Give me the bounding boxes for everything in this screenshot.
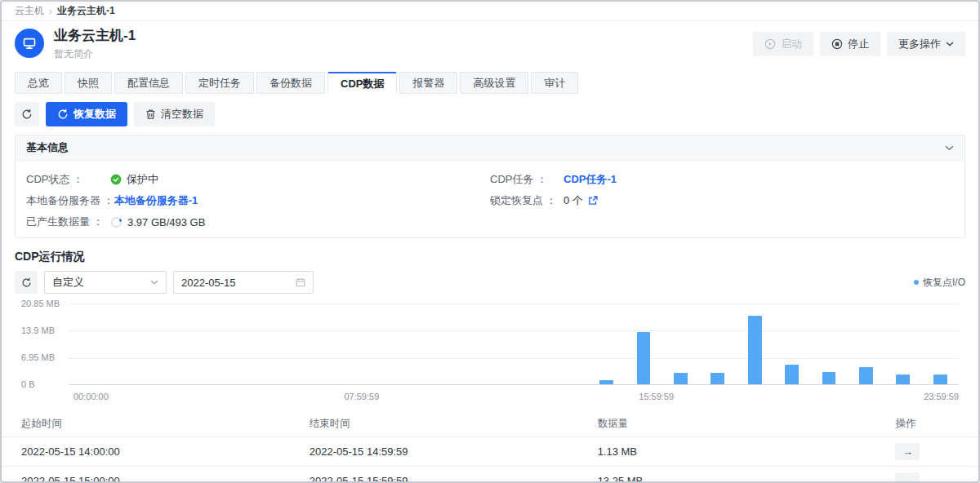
tab-backup-data[interactable]: 备份数据 — [256, 72, 325, 94]
start-button[interactable]: 启动 — [753, 32, 813, 56]
basic-info-left-col: CDP状态 ： 保护中 本地备份服务器 ： 本地备份服务器-1 已产生数据量 ： — [26, 169, 490, 233]
external-link-icon[interactable] — [588, 196, 598, 206]
col-end-time: 结束时间 — [290, 417, 578, 431]
y-tick-1: 13.9 MB — [21, 326, 55, 335]
basic-info-panel: 基本信息 CDP状态 ： 保护中 本地备份服务器 ： 本 — [15, 135, 965, 238]
restore-icon — [57, 109, 69, 120]
page-header: 业务云主机-1 暂无简介 启动 停止 更多操作 — [2, 21, 978, 67]
cell-end-time: 2022-05-15 14:59:59 — [290, 445, 578, 458]
more-actions-button[interactable]: 更多操作 — [887, 32, 965, 56]
x-tick-0: 00:00:00 — [74, 392, 109, 401]
breadcrumb-parent[interactable]: 云主机 — [15, 4, 44, 18]
generated-data-row: 已产生数据量 ： 3.97 GB/493 GB — [26, 211, 490, 233]
chart-refresh-button[interactable] — [15, 271, 38, 294]
x-tick-3: 23:59:59 — [924, 392, 959, 401]
basic-info-right-col: CDP任务 ： CDP任务-1 锁定恢复点 ： 0 个 — [490, 169, 954, 233]
backup-server-link[interactable]: 本地备份服务器-1 — [114, 193, 198, 208]
table-row: 2022-05-15 14:00:00 2022-05-15 14:59:59 … — [2, 437, 978, 467]
table-header-row: 起始时间 结束时间 数据量 操作 — [2, 411, 978, 437]
cell-data-volume: 1.13 MB — [578, 445, 876, 458]
row-restore-button[interactable]: → — [895, 472, 920, 483]
page-subtitle: 暂无简介 — [54, 47, 136, 61]
tab-snapshot[interactable]: 快照 — [65, 72, 112, 94]
trash-icon — [145, 109, 156, 120]
refresh-button[interactable] — [15, 102, 39, 126]
col-data-volume: 数据量 — [578, 417, 876, 431]
play-circle-icon — [764, 38, 776, 50]
refresh-icon — [21, 277, 32, 288]
chevron-down-icon — [150, 280, 158, 285]
table-row: 2022-05-15 15:00:00 2022-05-15 15:59:59 … — [2, 467, 978, 483]
tab-bar: 总览 快照 配置信息 定时任务 备份数据 CDP数据 报警器 高级设置 审计 — [2, 72, 978, 94]
locked-points-row: 锁定恢复点 ： 0 个 — [490, 190, 954, 211]
chart-bar — [599, 380, 613, 384]
arrow-right-icon: → — [902, 475, 913, 483]
date-picker[interactable]: 2022-05-15 — [173, 271, 314, 294]
backup-server-row: 本地备份服务器 ： 本地备份服务器-1 — [26, 190, 490, 211]
chart-bar — [748, 316, 762, 384]
tab-config[interactable]: 配置信息 — [114, 72, 183, 94]
cdp-status-row: CDP状态 ： 保护中 — [26, 169, 490, 190]
locked-points-label: 锁定恢复点 ： — [490, 193, 564, 208]
arrow-right-icon: → — [902, 445, 913, 458]
vm-avatar — [15, 29, 44, 58]
basic-info-body: CDP状态 ： 保护中 本地备份服务器 ： 本地备份服务器-1 已产生数据量 ： — [16, 161, 964, 237]
cdp-toolbar: 恢复数据 清空数据 — [2, 102, 978, 126]
cdp-task-link[interactable]: CDP任务-1 — [564, 172, 617, 187]
stop-button-label: 停止 — [848, 37, 869, 51]
row-restore-button[interactable]: → — [895, 443, 920, 460]
tab-advanced-settings[interactable]: 高级设置 — [460, 72, 528, 94]
monitor-icon — [22, 36, 37, 51]
cell-start-time: 2022-05-15 15:00:00 — [2, 475, 290, 483]
chart-bar — [822, 372, 836, 384]
clear-data-button[interactable]: 清空数据 — [134, 102, 215, 126]
backup-server-label: 本地备份服务器 ： — [26, 193, 114, 208]
legend-dot-icon — [914, 280, 919, 285]
legend-label: 恢复点I/O — [923, 276, 965, 290]
tab-overview[interactable]: 总览 — [15, 72, 62, 94]
chart-bar — [859, 367, 873, 384]
page-title: 业务云主机-1 — [54, 27, 136, 45]
chart-bar — [785, 365, 799, 384]
col-start-time: 起始时间 — [2, 417, 290, 431]
basic-info-header[interactable]: 基本信息 — [16, 135, 964, 161]
chart-bar — [637, 332, 651, 384]
y-tick-3: 0 B — [21, 379, 35, 389]
cell-end-time: 2022-05-15 15:59:59 — [290, 475, 578, 483]
locked-points-value: 0 个 — [564, 193, 583, 208]
start-button-label: 启动 — [781, 37, 802, 51]
chevron-down-icon — [946, 42, 954, 47]
status-protected-icon — [110, 174, 122, 185]
stop-button[interactable]: 停止 — [820, 32, 880, 56]
more-actions-label: 更多操作 — [898, 37, 941, 51]
tab-cdp-data[interactable]: CDP数据 — [327, 72, 397, 94]
chart-controls: 自定义 2022-05-15 恢复点I/O — [15, 271, 965, 294]
breadcrumb-current: 业务云主机-1 — [57, 4, 115, 18]
calendar-icon — [296, 277, 305, 287]
tab-audit[interactable]: 审计 — [531, 72, 578, 94]
cdp-status-section-title: CDP运行情况 — [15, 250, 965, 264]
x-tick-2: 15:59:59 — [639, 392, 674, 401]
generated-data-value: 3.97 GB/493 GB — [127, 216, 205, 228]
recovery-points-table: 起始时间 结束时间 数据量 操作 2022-05-15 14:00:00 202… — [2, 411, 978, 483]
y-tick-2: 6.95 MB — [21, 352, 55, 362]
cell-start-time: 2022-05-15 14:00:00 — [2, 445, 290, 458]
cdp-status-value: 保护中 — [127, 172, 158, 187]
breadcrumb-separator-icon: › — [49, 6, 52, 17]
restore-data-button[interactable]: 恢复数据 — [46, 102, 127, 126]
tab-scheduled-tasks[interactable]: 定时任务 — [185, 72, 254, 94]
cdp-io-chart: 20.85 MB 13.9 MB 6.95 MB 0 B 00:00:00 07… — [15, 299, 965, 401]
stop-circle-icon — [831, 38, 843, 50]
cdp-status-label: CDP状态 ： — [26, 172, 110, 187]
range-select-value: 自定义 — [52, 275, 84, 290]
basic-info-title: 基本信息 — [26, 140, 69, 155]
date-picker-value: 2022-05-15 — [181, 277, 236, 289]
chart-bar — [674, 373, 688, 384]
range-select[interactable]: 自定义 — [44, 271, 167, 294]
vm-detail-window: 云主机 › 业务云主机-1 业务云主机-1 暂无简介 启动 — [0, 0, 980, 483]
clear-data-label: 清空数据 — [161, 107, 203, 122]
refresh-icon — [21, 109, 33, 120]
chart-bar — [933, 374, 947, 384]
collapse-chevron-icon[interactable] — [945, 145, 954, 151]
tab-alerts[interactable]: 报警器 — [399, 72, 457, 94]
